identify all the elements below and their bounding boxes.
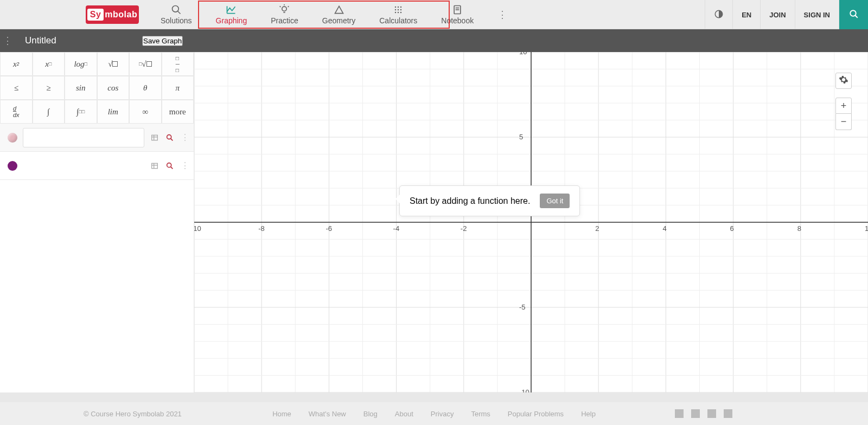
zoom-in-button[interactable]: + [835,98,852,114]
nav-label: Geometry [322,16,355,25]
keypad-key[interactable]: θ [129,76,162,100]
footer-link[interactable]: Help [581,410,596,418]
footer-link[interactable]: Blog [363,410,378,418]
x-axis-label: -2 [461,224,467,233]
drag-handle-icon[interactable]: ⋮ [0,35,15,47]
nav-label: Notebook [441,16,474,25]
facebook-icon[interactable] [675,409,684,418]
search-icon [171,4,182,15]
keypad-key[interactable]: sin [65,76,97,100]
keypad-key[interactable]: π [162,76,194,100]
function-input[interactable] [23,128,144,147]
y-axis-label: 5 [519,133,523,141]
svg-point-0 [172,5,178,12]
join-button[interactable]: JOIN [760,0,794,29]
keypad-key[interactable]: ∞ [129,100,162,124]
color-picker-dot[interactable] [8,161,17,171]
signin-button[interactable]: SIGN IN [795,0,839,29]
keypad-key[interactable]: more [162,100,194,124]
right-nav: EN JOIN SIGN IN [705,0,868,29]
table-icon[interactable] [149,132,161,144]
nav-label: Solutions [161,16,192,25]
keypad-key[interactable]: √ [97,52,130,76]
row-menu-icon[interactable]: ⋮ [181,132,189,143]
left-sidebar: x2x□log□√□√□─□≤≥sincosθπddx∫∫□□lim∞more … [0,52,194,392]
svg-line-1 [177,11,180,14]
search-button[interactable] [839,0,868,29]
logo[interactable]: Symbolab [86,5,139,24]
save-graph-button[interactable]: Save Graph [142,36,183,46]
function-row: ⋮ [0,152,194,180]
keypad-key[interactable]: □─□ [162,52,194,76]
nav-graphing[interactable]: Graphing [204,0,259,29]
svg-point-21 [850,10,856,16]
table-icon[interactable] [149,160,161,172]
triangle-icon [334,4,344,15]
keypad-key[interactable]: ∫□□ [65,100,97,124]
zoom-out-button[interactable]: − [835,114,852,130]
nav-geometry[interactable]: Geometry [310,0,367,29]
logo-suffix: mbolab [105,10,137,20]
row-menu-icon[interactable]: ⋮ [181,160,189,171]
nav-label: Calculators [379,16,417,25]
keypad-key[interactable]: ddx [0,100,33,124]
svg-rect-28 [152,163,158,168]
keypad-key[interactable]: lim [97,100,130,124]
graph-icon [226,4,237,15]
grid-icon [393,4,404,15]
nav-practice[interactable]: Practice [259,0,310,29]
footer-link[interactable]: Terms [471,410,490,418]
footer-link[interactable]: Home [272,410,291,418]
nav-notebook[interactable]: Notebook [429,0,486,29]
svg-point-12 [398,9,399,10]
theme-toggle[interactable] [705,0,732,29]
x-axis-label: -10 [194,224,201,233]
tooltip-gotit-button[interactable]: Got it [540,194,570,208]
analyze-icon[interactable] [164,132,176,144]
twitter-icon[interactable] [691,409,700,418]
footer-link[interactable]: Privacy [431,410,454,418]
graph-canvas[interactable]: Start by adding a function here. Got it … [194,52,868,392]
analyze-icon[interactable] [164,160,176,172]
footer-link[interactable]: Popular Problems [508,410,564,418]
gear-icon [839,75,848,87]
svg-line-27 [170,138,173,140]
nav-solutions[interactable]: Solutions [149,0,204,29]
share-icon[interactable] [724,409,732,418]
keypad-key[interactable]: x□ [33,52,65,76]
y-axis-label: 10 [519,52,527,56]
onboarding-tooltip: Start by adding a function here. Got it [399,185,580,216]
graph-controls: + − [835,73,852,130]
svg-point-10 [400,6,402,8]
math-keypad: x2x□log□√□√□─□≤≥sincosθπddx∫∫□□lim∞more [0,52,194,124]
footer-link[interactable]: What's New [309,410,346,418]
svg-point-14 [395,11,397,13]
footer-link[interactable]: About [395,410,413,418]
keypad-key[interactable]: cos [97,76,130,100]
tooltip-text: Start by adding a function here. [410,196,530,206]
keypad-key[interactable]: ≥ [33,76,65,100]
svg-rect-23 [152,135,158,140]
main-nav: Solutions Graphing Practice Geometry Cal… [149,0,486,29]
keypad-key[interactable]: □√ [129,52,162,76]
svg-point-9 [398,6,399,8]
search-icon [849,9,859,21]
function-input[interactable] [23,156,144,176]
language-button[interactable]: EN [732,0,760,29]
keypad-key[interactable]: ∫ [33,100,65,124]
grid-svg [194,52,868,392]
mail-icon[interactable] [707,409,716,418]
keypad-key[interactable]: x2 [0,52,33,76]
svg-line-22 [855,15,858,18]
graph-title[interactable]: Untitled [25,35,56,46]
svg-point-16 [400,11,402,13]
color-picker-dot[interactable] [8,133,17,143]
logo-prefix: Sy [87,9,104,21]
nav-calculators[interactable]: Calculators [367,0,429,29]
keypad-key[interactable]: log□ [65,52,97,76]
more-menu-icon[interactable]: ⋮ [493,9,512,21]
svg-line-32 [170,166,173,169]
keypad-key[interactable]: ≤ [0,76,33,100]
settings-button[interactable] [835,73,852,89]
copyright: © Course Hero Symbolab 2021 [84,410,182,418]
